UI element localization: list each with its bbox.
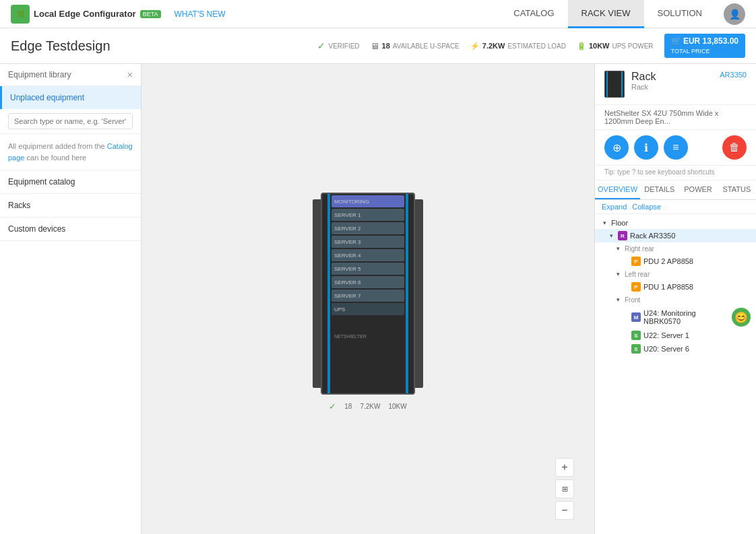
verified-label: VERIFIED — [328, 42, 359, 50]
sidebar-close-button[interactable]: × — [127, 69, 133, 80]
rack-unit-server7: SERVER 7 — [332, 290, 404, 302]
ups-label: UPS POWER — [612, 42, 653, 50]
rack-unit-monitoring: MONITORING — [332, 195, 404, 207]
page-header: Edge Testdesign ✓ VERIFIED 🖥 18 AVAILABL… — [0, 28, 756, 64]
canvas-load-value: 7.2KW — [360, 403, 380, 410]
expand-pdu2-icon — [621, 257, 629, 265]
space-value: 18 — [382, 42, 390, 50]
tab-details[interactable]: DETAILS — [640, 180, 679, 199]
expand-monitoring-icon — [621, 313, 629, 321]
tree-item-server6[interactable]: S U20: Server 6 — [595, 342, 756, 356]
floor-label: Floor — [611, 219, 751, 227]
pdu1-label: PDU 1 AP8858 — [643, 283, 751, 291]
expand-pdu1-icon — [621, 283, 629, 291]
canvas-stat-verified: ✓ — [329, 401, 336, 411]
menu-button[interactable]: ≡ — [664, 135, 688, 160]
rack-id-link[interactable]: AR3350 — [720, 71, 747, 79]
custom-section-label: Custom devices — [8, 224, 65, 234]
zoom-out-button[interactable]: − — [555, 501, 574, 520]
racks-section-label: Racks — [8, 201, 30, 210]
rack-unit-server2: SERVER 2 — [332, 222, 404, 234]
tree-item-monitoring[interactable]: M U24: Monitoring NBRK0570 😊 — [595, 306, 756, 329]
front-label: Front — [625, 296, 751, 304]
zoom-fit-button[interactable]: ⊞ — [555, 479, 574, 498]
search-input[interactable] — [8, 113, 133, 129]
tree-item-rack[interactable]: ▾ R Rack AR3350 — [595, 229, 756, 242]
hint-suffix: can be found here — [27, 154, 87, 162]
rack-visual: MONITORING SERVER 1 SERVER 2 SERVER 3 SE… — [321, 193, 415, 395]
server1-label: U22: Server 1 — [643, 331, 751, 339]
expand-server1-icon — [621, 331, 629, 339]
catalog-section-label: Equipment catalog — [8, 177, 75, 187]
sidebar-section-custom: Custom devices — [0, 218, 141, 241]
whats-new-link[interactable]: WHAT'S NEW — [175, 9, 226, 19]
tree-item-front[interactable]: ▾ Front — [595, 294, 756, 306]
monitoring-label: U24: Monitoring NBRK0570 — [643, 309, 729, 325]
tree-item-server1[interactable]: S U22: Server 1 — [595, 329, 756, 342]
rack-unit-empty1 — [332, 316, 404, 329]
tree-item-pdu1[interactable]: P PDU 1 AP8858 — [595, 280, 756, 294]
monitoring-badge: M — [631, 312, 641, 322]
tab-power[interactable]: POWER — [679, 180, 717, 199]
page-title: Edge Testdesign — [11, 38, 317, 54]
right-panel: Rack AR3350 Rack NetShelter SX 42U 750mm… — [594, 64, 756, 534]
load-value: 7.2KW — [482, 42, 505, 50]
collapse-button[interactable]: Collapse — [632, 203, 661, 211]
delete-button[interactable]: 🗑 — [722, 135, 747, 160]
keyboard-hint: Tip: type ? to see keyboard shortcuts — [595, 166, 756, 180]
tab-rack-view[interactable]: RACK VIEW — [568, 0, 644, 28]
sidebar-item-racks[interactable]: Racks — [0, 194, 141, 217]
price-value: EUR 13,853.00 — [683, 36, 738, 46]
sidebar-item-custom[interactable]: Custom devices — [0, 218, 141, 240]
canvas-stat-load: 7.2KW — [360, 401, 380, 411]
sidebar-header: Equipment library × — [0, 64, 141, 86]
tab-overview[interactable]: OVERVIEW — [595, 180, 640, 199]
copy-button[interactable]: ⊕ — [604, 135, 629, 160]
rack-label: Rack AR3350 — [630, 232, 751, 240]
price-badge[interactable]: 🛒 EUR 13,853.00 TOTAL PRICE — [664, 34, 745, 58]
unplaced-label: Unplaced equipment — [10, 93, 84, 102]
tree-item-floor[interactable]: ▾ Floor — [595, 217, 756, 229]
tab-catalog[interactable]: CATALOG — [500, 0, 567, 28]
rack-info-content: Rack AR3350 Rack — [631, 71, 747, 91]
server-icon: 🖥 — [371, 41, 379, 51]
tree-item-right-rear[interactable]: ▾ Right rear — [595, 242, 756, 255]
expand-button[interactable]: Expand — [602, 203, 627, 211]
sidebar-item-unplaced[interactable]: Unplaced equipment — [0, 86, 141, 109]
check-icon: ✓ — [317, 40, 325, 51]
rack-info-header: Rack AR3350 Rack — [595, 64, 756, 105]
tree-container: ▾ Floor ▾ R Rack AR3350 ▾ Right rear P P… — [595, 214, 756, 534]
stat-load: ⚡ 7.2KW ESTIMATED LOAD — [470, 42, 566, 51]
server1-badge: S — [631, 331, 641, 340]
left-rear-label: Left rear — [625, 271, 751, 278]
expand-left-rear-icon: ▾ — [614, 270, 622, 278]
tree-item-left-rear[interactable]: ▾ Left rear — [595, 268, 756, 280]
rack-unit-ups: UPS — [332, 303, 404, 315]
zoom-in-button[interactable]: + — [555, 458, 574, 477]
expand-rack-icon: ▾ — [607, 232, 615, 240]
rack-unit-server5: SERVER 5 — [332, 263, 404, 275]
stat-ups: 🔋 10KW UPS POWER — [577, 42, 654, 51]
ups-value: 10KW — [589, 42, 610, 50]
right-rear-label: Right rear — [625, 245, 751, 253]
tab-solution[interactable]: SOLUTION — [644, 0, 716, 28]
zoom-controls: + ⊞ − — [555, 458, 574, 520]
user-avatar[interactable]: 👤 — [724, 3, 745, 25]
canvas-area: MONITORING SERVER 1 SERVER 2 SERVER 3 SE… — [141, 64, 594, 534]
rack-thumbnail — [604, 71, 625, 98]
action-buttons: ⊕ ℹ ≡ 🗑 — [595, 130, 756, 166]
bolt-icon: ⚡ — [470, 42, 480, 51]
tab-status[interactable]: STATUS — [718, 180, 756, 199]
main-layout: Equipment library × Unplaced equipment A… — [0, 64, 756, 534]
rack-unit-server3: SERVER 3 — [332, 236, 404, 248]
sidebar-hint: All equipment added from the Catalog pag… — [0, 134, 141, 170]
tree-item-pdu2[interactable]: P PDU 2 AP8858 — [595, 255, 756, 268]
canvas-stat-power: 10KW — [388, 401, 406, 411]
sidebar: Equipment library × Unplaced equipment A… — [0, 64, 141, 534]
expand-right-rear-icon: ▾ — [614, 244, 622, 253]
sidebar-section-unplaced: Unplaced equipment All equipment added f… — [0, 86, 141, 170]
expand-front-icon: ▾ — [614, 296, 622, 304]
rack-info-title: Rack — [631, 71, 656, 83]
sidebar-item-catalog[interactable]: Equipment catalog — [0, 170, 141, 193]
info-button[interactable]: ℹ — [634, 135, 658, 160]
